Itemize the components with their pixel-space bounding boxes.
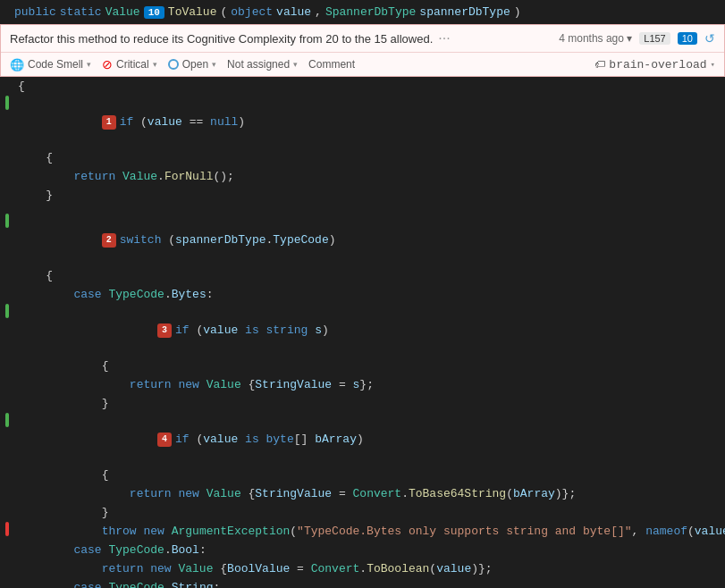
chevron-down-icon-3: ▾ [212, 60, 216, 69]
line-content-if4-cbrace: } [14, 503, 725, 522]
chevron-down-icon-4: ▾ [293, 60, 298, 69]
code-line-1: 1if (value == null) [0, 96, 725, 148]
comment-label: Comment [308, 58, 355, 71]
line-content-2: 2switch (spannerDbType.TypeCode) [14, 214, 725, 266]
code-line-return1: return Value.ForNull(); [0, 167, 725, 186]
complexity-dot-green [5, 96, 9, 110]
line-content-switch-brace: { [14, 266, 725, 285]
param-type-1: object [231, 5, 273, 19]
critical-icon: ⊘ [102, 57, 113, 71]
code-line-4: 4if (value is byte[] bArray) [0, 413, 725, 466]
refresh-icon[interactable]: ↺ [704, 31, 715, 46]
line-content-return-bool: return new Value {BoolValue = Convert.To… [14, 559, 725, 578]
code-line-return2: return new Value {StringValue = s}; [0, 375, 725, 394]
line-content-4: 4if (value is byte[] bArray) [14, 413, 725, 466]
not-assigned-label: Not assigned [227, 58, 290, 71]
issue-banner: Refactor this method to reduce its Cogni… [0, 24, 725, 77]
complexity-badge-4: 4 [157, 433, 172, 447]
critical-tag[interactable]: ⊘ Critical ▾ [102, 57, 157, 71]
line-content-if4-brace: { [14, 466, 725, 484]
code-line: { [0, 77, 725, 96]
code-container: public static Value 10 ToValue ( object … [0, 0, 725, 588]
line-content-return3: return new Value {StringValue = Convert.… [14, 484, 725, 503]
code-line-3: 3if (value is string s) [0, 304, 725, 357]
complexity-dot-green-3 [5, 304, 9, 318]
comma: , [315, 5, 322, 19]
complexity-badge-2: 2 [102, 233, 116, 248]
line-gutter-2 [0, 214, 14, 228]
line-content-if3-cbrace: } [14, 394, 725, 413]
line-content-throw: throw new ArgumentException("TypeCode.By… [14, 522, 725, 541]
code-body: { 1if (value == null) { return Value.For… [0, 77, 725, 588]
code-line-throw: throw new ArgumentException("TypeCode.By… [0, 522, 725, 541]
issue-banner-top: Refactor this method to reduce its Cogni… [1, 25, 724, 53]
code-line-brace1: { [0, 148, 725, 167]
badge-10: 10 [144, 6, 164, 19]
line-gutter-4 [0, 413, 14, 427]
code-line-if3-cbrace: } [0, 394, 725, 413]
complexity-badge-3: 3 [157, 323, 172, 338]
param-name-2: spannerDbType [419, 5, 510, 19]
param-type-2: SpannerDbType [325, 5, 416, 19]
line-content-return1: return Value.ForNull(); [14, 167, 725, 186]
return-type: Value [105, 5, 140, 19]
params: ( [220, 5, 227, 19]
paren-close: ) [514, 5, 521, 19]
line-content-case-bytes: case TypeCode.Bytes: [14, 285, 725, 304]
comment-tag[interactable]: Comment [308, 58, 355, 71]
critical-label: Critical [116, 58, 149, 71]
brain-overload-tag[interactable]: 🏷 brain-overload ▾ [594, 58, 715, 71]
open-circle-icon [168, 59, 179, 70]
issue-tags: 🌐 Code Smell ▾ ⊘ Critical ▾ Open ▾ Not a… [10, 57, 355, 71]
line-content-cbrace1: } [14, 186, 725, 205]
blank-line-1 [0, 205, 725, 214]
globe-icon: 🌐 [10, 58, 24, 71]
line-content-return2: return new Value {StringValue = s}; [14, 375, 725, 394]
chevron-down-icon: ▾ [87, 60, 91, 69]
code-line-case-string: case TypeCode.String: [0, 578, 725, 588]
code-line-case-bytes: case TypeCode.Bytes: [0, 285, 725, 304]
tag-label: brain-overload [609, 58, 706, 71]
time-ago: 4 months ago ▾ [559, 32, 632, 45]
line-content-case-bool: case TypeCode.Bool: [14, 541, 725, 559]
code-line-if4-brace: { [0, 466, 725, 484]
complexity-dot-green-2 [5, 214, 9, 228]
code-line-if3-brace: { [0, 357, 725, 375]
issue-text: Refactor this method to reduce its Cogni… [10, 32, 433, 46]
issue-banner-bottom: 🌐 Code Smell ▾ ⊘ Critical ▾ Open ▾ Not a… [1, 53, 724, 76]
line-badge: L157 [639, 32, 670, 45]
code-line-case-bool: case TypeCode.Bool: [0, 541, 725, 559]
code-line-switch-brace: { [0, 266, 725, 285]
complexity-badge-1: 1 [102, 115, 116, 130]
issue-dots[interactable]: ··· [438, 30, 450, 46]
keyword-public: public [14, 5, 56, 19]
complexity-dot-green-4 [5, 413, 9, 427]
chevron-down-icon-5: ▾ [711, 60, 715, 70]
line-content-case-string: case TypeCode.String: [14, 578, 725, 588]
code-line-return-bool: return new Value {BoolValue = Convert.To… [0, 559, 725, 578]
assignee-tag[interactable]: Not assigned ▾ [227, 58, 298, 71]
line-gutter-1 [0, 96, 14, 110]
open-tag[interactable]: Open ▾ [168, 58, 216, 71]
line-content-3: 3if (value is string s) [14, 304, 725, 357]
line-content: { [14, 77, 725, 96]
code-line-2: 2switch (spannerDbType.TypeCode) [0, 214, 725, 266]
complexity-dot-red [5, 522, 9, 536]
method-name: ToValue [168, 5, 217, 19]
chevron-down-icon-2: ▾ [153, 60, 157, 69]
code-line-return3: return new Value {StringValue = Convert.… [0, 484, 725, 503]
line-content-if3-brace: { [14, 357, 725, 375]
param-name-1: value [276, 5, 311, 19]
open-label: Open [182, 58, 208, 71]
code-line-cbrace1: } [0, 186, 725, 205]
code-smell-label: Code Smell [28, 58, 83, 71]
tag-icon: 🏷 [594, 58, 605, 71]
line-content-1: 1if (value == null) [14, 96, 725, 148]
code-smell-tag[interactable]: 🌐 Code Smell ▾ [10, 58, 91, 71]
line-gutter-3 [0, 304, 14, 318]
issue-message: Refactor this method to reduce its Cogni… [10, 30, 451, 46]
count-badge: 10 [678, 32, 697, 45]
code-header-line: public static Value 10 ToValue ( object … [0, 0, 725, 24]
line-content-brace1: { [14, 148, 725, 167]
keyword-static: static [60, 5, 102, 19]
